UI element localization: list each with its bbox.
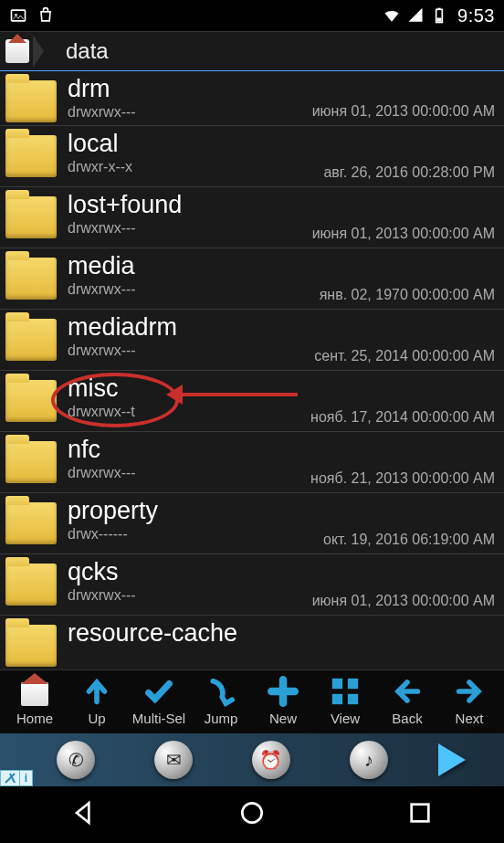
folder-icon bbox=[5, 380, 57, 422]
folder-icon bbox=[5, 441, 57, 483]
file-name: media bbox=[68, 252, 499, 279]
file-date: янв. 02, 1970 00:00:00 AM bbox=[320, 287, 495, 303]
battery-icon bbox=[430, 6, 448, 25]
toolbar-label: View bbox=[331, 711, 360, 726]
path-breadcrumb-bar: data bbox=[0, 31, 504, 71]
svg-rect-4 bbox=[437, 18, 442, 22]
arrow-right-icon bbox=[454, 674, 485, 709]
file-name: qcks bbox=[68, 558, 499, 585]
file-row[interactable]: mediadrm drwxrwx--- сент. 25, 2014 00:00… bbox=[0, 310, 504, 371]
arrow-left-icon bbox=[392, 674, 423, 709]
multi-select-button[interactable]: Multi-Sel bbox=[128, 674, 190, 733]
svg-rect-5 bbox=[332, 679, 342, 689]
folder-icon bbox=[5, 258, 57, 300]
file-row[interactable]: qcks drwxrwx--- июня 01, 2013 00:00:00 A… bbox=[0, 554, 504, 616]
file-date: авг. 26, 2016 00:28:00 PM bbox=[323, 164, 495, 181]
file-date: сент. 25, 2014 00:00:00 AM bbox=[314, 348, 495, 364]
toolbar-label: Home bbox=[16, 711, 53, 726]
android-status-bar: 9:53 bbox=[0, 0, 504, 31]
grid-icon bbox=[330, 674, 361, 709]
file-name: local bbox=[68, 130, 499, 157]
file-row[interactable]: misc drwxrwx--t нояб. 17, 2014 00:00:00 … bbox=[0, 371, 504, 432]
file-date: июня 01, 2013 00:00:00 AM bbox=[312, 226, 495, 242]
breadcrumb-home-icon[interactable] bbox=[5, 39, 29, 63]
toolbar-label: Back bbox=[392, 711, 422, 726]
ad-info-button[interactable]: i bbox=[20, 770, 33, 786]
arrow-up-icon bbox=[81, 674, 112, 709]
file-row[interactable]: nfc drwxrwx--- нояб. 21, 2013 00:00:00 A… bbox=[0, 432, 504, 493]
up-button[interactable]: Up bbox=[66, 674, 128, 733]
nav-recent-button[interactable] bbox=[405, 798, 435, 831]
folder-icon bbox=[5, 196, 57, 238]
file-date: окт. 19, 2016 06:19:00 AM bbox=[323, 532, 495, 548]
file-name: nfc bbox=[68, 436, 499, 463]
ad-banner[interactable]: ✆ ✉ ⏰ ♪ bbox=[0, 733, 504, 786]
picture-icon bbox=[9, 6, 27, 25]
file-name: lost+found bbox=[68, 191, 499, 218]
ad-music-icon: ♪ bbox=[350, 741, 388, 779]
file-row[interactable]: property drwx------ окт. 19, 2016 06:19:… bbox=[0, 493, 504, 554]
wifi-icon bbox=[383, 6, 401, 25]
toolbar-label: Next bbox=[456, 711, 484, 726]
ad-phone-icon: ✆ bbox=[57, 741, 95, 779]
folder-icon bbox=[5, 319, 57, 361]
svg-rect-8 bbox=[348, 694, 358, 704]
plus-icon bbox=[268, 674, 299, 709]
file-name: mediadrm bbox=[68, 313, 499, 341]
status-clock: 9:53 bbox=[457, 5, 495, 26]
file-list[interactable]: drm drwxrwx--- июня 01, 2013 00:00:00 AM… bbox=[0, 71, 504, 669]
jump-button[interactable]: Jump bbox=[190, 674, 252, 733]
ad-mail-icon: ✉ bbox=[154, 741, 193, 779]
check-icon bbox=[143, 674, 174, 709]
ad-close-button[interactable] bbox=[0, 770, 20, 786]
file-date: нояб. 17, 2014 00:00:00 AM bbox=[310, 409, 495, 426]
view-button[interactable]: View bbox=[314, 674, 376, 733]
jump-icon bbox=[205, 674, 236, 709]
nav-home-button[interactable] bbox=[237, 798, 267, 831]
next-button[interactable]: Next bbox=[438, 674, 500, 733]
file-date: июня 01, 2013 00:00:00 AM bbox=[312, 103, 495, 120]
ad-alarm-icon: ⏰ bbox=[252, 741, 290, 779]
file-date: июня 01, 2013 00:00:00 AM bbox=[312, 593, 495, 609]
toolbar-label: New bbox=[269, 711, 297, 726]
toolbar-label: Up bbox=[88, 711, 105, 726]
folder-icon bbox=[5, 80, 57, 122]
breadcrumb-current[interactable]: data bbox=[57, 38, 118, 64]
toolbar-label: Jump bbox=[205, 711, 238, 726]
file-row[interactable]: resource-cache drwxrwx--- июня 01, 2013 … bbox=[0, 616, 504, 652]
toolbar-label: Multi-Sel bbox=[132, 711, 185, 726]
folder-icon bbox=[5, 135, 57, 177]
file-name: resource-cache bbox=[68, 619, 499, 647]
cell-signal-icon bbox=[406, 6, 425, 25]
file-row[interactable]: lost+found drwxrwx--- июня 01, 2013 00:0… bbox=[0, 187, 504, 248]
file-row[interactable]: media drwxrwx--- янв. 02, 1970 00:00:00 … bbox=[0, 248, 504, 310]
folder-icon bbox=[5, 564, 57, 606]
breadcrumb-separator-icon bbox=[33, 35, 44, 68]
folder-icon bbox=[5, 625, 57, 667]
svg-rect-7 bbox=[332, 694, 342, 704]
svg-point-9 bbox=[242, 803, 261, 822]
home-button[interactable]: Home bbox=[4, 674, 66, 733]
new-button[interactable]: New bbox=[252, 674, 314, 733]
svg-rect-10 bbox=[412, 805, 429, 822]
android-nav-bar bbox=[0, 786, 504, 843]
back-button[interactable]: Back bbox=[376, 674, 438, 733]
file-name: misc bbox=[68, 374, 499, 402]
file-name: drm bbox=[68, 75, 499, 102]
svg-rect-3 bbox=[437, 8, 440, 10]
bottom-toolbar: Home Up Multi-Sel Jump New View Back Nex… bbox=[0, 669, 504, 733]
file-name: property bbox=[68, 497, 499, 524]
home-icon bbox=[21, 682, 48, 706]
file-row[interactable]: drm drwxrwx--- июня 01, 2013 00:00:00 AM bbox=[0, 71, 504, 126]
file-date: нояб. 21, 2013 00:00:00 AM bbox=[310, 470, 495, 487]
nav-back-button[interactable] bbox=[69, 798, 99, 831]
shop-icon bbox=[37, 6, 55, 25]
file-row[interactable]: local drwxr-x--x авг. 26, 2016 00:28:00 … bbox=[0, 126, 504, 187]
svg-rect-6 bbox=[348, 679, 358, 689]
folder-icon bbox=[5, 502, 57, 544]
svg-point-1 bbox=[15, 14, 17, 16]
